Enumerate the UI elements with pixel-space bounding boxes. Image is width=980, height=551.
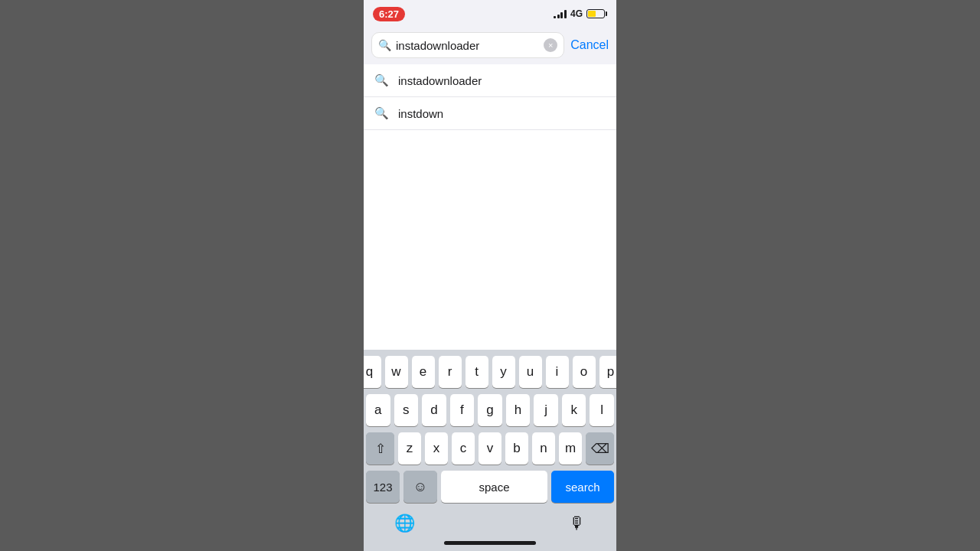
search-bar-area: 🔍 instadownloader × Cancel [364, 26, 616, 64]
key-k[interactable]: k [562, 394, 586, 426]
key-s[interactable]: s [394, 394, 419, 426]
suggestion-search-icon-2: 🔍 [374, 106, 389, 120]
search-input-wrapper[interactable]: 🔍 instadownloader × [371, 32, 564, 58]
key-c[interactable]: c [452, 432, 475, 465]
key-o[interactable]: o [573, 356, 596, 388]
suggestion-item-1[interactable]: 🔍 instadownloader [364, 64, 616, 97]
key-i[interactable]: i [546, 356, 569, 388]
signal-icon [554, 9, 567, 18]
key-p[interactable]: p [599, 356, 617, 388]
emoji-key[interactable]: ☺ [403, 471, 437, 503]
clear-button[interactable]: × [544, 38, 557, 52]
key-w[interactable]: w [385, 356, 408, 388]
status-bar: 6:27 4G [364, 0, 616, 26]
key-d[interactable]: d [422, 394, 446, 426]
home-indicator [364, 538, 616, 551]
key-t[interactable]: t [466, 356, 488, 388]
suggestion-text-1: instadownloader [398, 74, 482, 87]
keyboard-row-3: ⇧ z x c v b n m ⌫ [366, 432, 614, 465]
key-g[interactable]: g [478, 394, 502, 426]
key-j[interactable]: j [534, 394, 558, 426]
key-h[interactable]: h [506, 394, 531, 426]
signal-bar-4 [564, 10, 567, 18]
number-key[interactable]: 123 [366, 471, 400, 503]
keyboard-row-1: q w e r t y u i o p [366, 356, 614, 388]
keyboard: q w e r t y u i o p a s d f g h j k l ⇧ … [364, 350, 616, 509]
battery-fill [588, 11, 596, 17]
suggestion-search-icon-1: 🔍 [374, 73, 389, 87]
backspace-key[interactable]: ⌫ [586, 432, 614, 465]
status-right: 4G [554, 8, 607, 19]
signal-bar-3 [560, 12, 563, 18]
search-input[interactable]: instadownloader [396, 39, 539, 52]
suggestion-text-2: instdown [398, 107, 443, 120]
key-n[interactable]: n [532, 432, 555, 465]
suggestions-list: 🔍 instadownloader 🔍 instdown [364, 64, 616, 350]
key-u[interactable]: u [519, 356, 542, 388]
suggestion-item-2[interactable]: 🔍 instdown [364, 97, 616, 130]
status-time: 6:27 [373, 7, 405, 21]
key-r[interactable]: r [439, 356, 462, 388]
key-v[interactable]: v [479, 432, 501, 465]
space-key[interactable]: space [441, 471, 547, 503]
key-x[interactable]: x [425, 432, 448, 465]
home-bar [444, 541, 536, 545]
key-b[interactable]: b [505, 432, 528, 465]
battery-icon [586, 9, 607, 18]
battery-body [586, 9, 605, 18]
network-type: 4G [570, 8, 583, 19]
signal-bar-2 [557, 15, 560, 18]
keyboard-row-2: a s d f g h j k l [366, 394, 614, 426]
key-e[interactable]: e [412, 356, 435, 388]
right-panel [616, 0, 980, 551]
signal-bar-1 [554, 16, 556, 18]
battery-tip [606, 11, 607, 16]
left-panel [0, 0, 364, 551]
shift-key[interactable]: ⇧ [366, 432, 394, 465]
key-y[interactable]: y [492, 356, 515, 388]
key-q[interactable]: q [364, 356, 381, 388]
mic-icon[interactable]: 🎙 [569, 514, 586, 533]
key-a[interactable]: a [366, 394, 390, 426]
key-z[interactable]: z [398, 432, 421, 465]
search-key[interactable]: search [551, 471, 614, 503]
key-f[interactable]: f [450, 394, 475, 426]
phone-frame: 6:27 4G 🔍 instadownloader × Cancel [364, 0, 616, 551]
bottom-bar: 🌐 🎙 [364, 509, 616, 538]
search-icon: 🔍 [378, 39, 391, 51]
globe-icon[interactable]: 🌐 [394, 514, 415, 533]
key-l[interactable]: l [590, 394, 614, 426]
cancel-button[interactable]: Cancel [570, 38, 609, 52]
keyboard-bottom-row: 123 ☺ space search [366, 471, 614, 503]
key-m[interactable]: m [559, 432, 582, 465]
